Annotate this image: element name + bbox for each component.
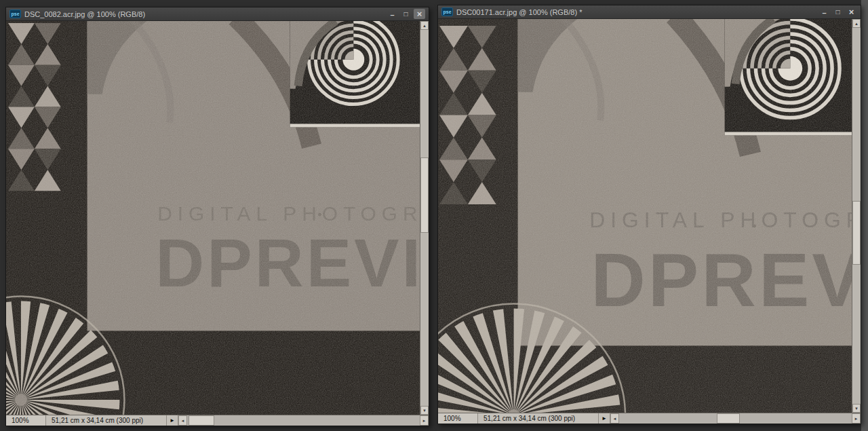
desktop-edge [861,0,868,431]
app-icon: pse [9,10,21,18]
scroll-right-button[interactable]: ► [852,413,861,424]
horizontal-scroll-track[interactable] [619,413,852,424]
minimize-icon: – [390,12,394,19]
document-canvas[interactable]: DIGITAL PHOTOGRAPDPREV [438,19,852,413]
vertical-scroll-track[interactable] [420,30,429,406]
vertical-scroll-thumb[interactable] [852,201,861,265]
zoom-level[interactable]: 100% [6,415,45,426]
close-button[interactable]: × [414,9,425,19]
test-chart-image: DIGITAL PHOTOGRAPDPREV [438,19,852,413]
vertical-scroll-thumb[interactable] [420,157,429,233]
maximize-icon: □ [403,11,408,18]
window-title: DSC00171.acr.jpg @ 100% (RGB/8) * [456,8,815,16]
title-bar[interactable]: pse DSC00171.acr.jpg @ 100% (RGB/8) * – … [438,5,861,19]
document-window-right: pse DSC00171.acr.jpg @ 100% (RGB/8) * – … [437,5,861,424]
close-icon: × [849,7,854,16]
document-size: 51,21 cm x 34,14 cm (300 ppi) [477,413,598,424]
horizontal-scroll-thumb[interactable] [717,413,740,424]
app-icon: pse [441,7,453,16]
vertical-scroll-track[interactable] [852,28,861,404]
scroll-down-button[interactable]: ▼ [852,404,861,413]
minimize-button[interactable]: – [818,7,830,17]
scroll-down-button[interactable]: ▼ [420,406,429,415]
window-body: DIGITAL PHOTOGRAPDPREV ▲ ▼ [438,19,861,413]
scroll-up-button[interactable]: ▲ [852,19,861,28]
window-body: DIGITAL PHOTOGRAPHDPREVI ▲ ▼ [6,21,429,415]
desktop-background: pse DSC_0082.acr.jpg @ 100% (RGB/8) – □ … [0,0,868,431]
horizontal-scrollbar[interactable]: ◄ ► [178,415,429,426]
test-chart-image: DIGITAL PHOTOGRAPHDPREVI [6,21,420,415]
document-window-left: pse DSC_0082.acr.jpg @ 100% (RGB/8) – □ … [5,7,429,426]
close-button[interactable]: × [846,7,857,17]
minimize-button[interactable]: – [387,9,398,19]
vertical-scrollbar[interactable]: ▲ ▼ [852,19,861,413]
horizontal-scroll-thumb[interactable] [189,415,214,426]
maximize-button[interactable]: □ [832,7,844,17]
maximize-button[interactable]: □ [400,9,412,19]
vertical-scrollbar[interactable]: ▲ ▼ [420,21,429,415]
status-menu-button[interactable]: ► [166,415,178,426]
document-canvas[interactable]: DIGITAL PHOTOGRAPHDPREVI [6,21,420,415]
scroll-left-button[interactable]: ◄ [178,415,187,426]
scroll-left-button[interactable]: ◄ [610,413,619,424]
window-controls: – □ × [387,9,425,19]
maximize-icon: □ [835,9,840,16]
horizontal-scrollbar[interactable]: ◄ ► [610,413,861,424]
zoom-level[interactable]: 100% [438,413,477,424]
minimize-icon: – [822,10,826,17]
window-controls: – □ × [818,7,857,17]
close-icon: × [417,10,422,18]
horizontal-scroll-track[interactable] [187,415,420,426]
status-menu-button[interactable]: ► [598,413,610,424]
document-size: 51,21 cm x 34,14 cm (300 ppi) [45,415,166,426]
title-bar[interactable]: pse DSC_0082.acr.jpg @ 100% (RGB/8) – □ … [6,7,429,21]
window-title: DSC_0082.acr.jpg @ 100% (RGB/8) [24,10,383,18]
status-bar: 100% 51,21 cm x 34,14 cm (300 ppi) ► ◄ ► [6,415,429,426]
scroll-right-button[interactable]: ► [420,415,429,426]
status-bar: 100% 51,21 cm x 34,14 cm (300 ppi) ► ◄ ► [438,413,861,424]
scroll-up-button[interactable]: ▲ [420,21,429,30]
